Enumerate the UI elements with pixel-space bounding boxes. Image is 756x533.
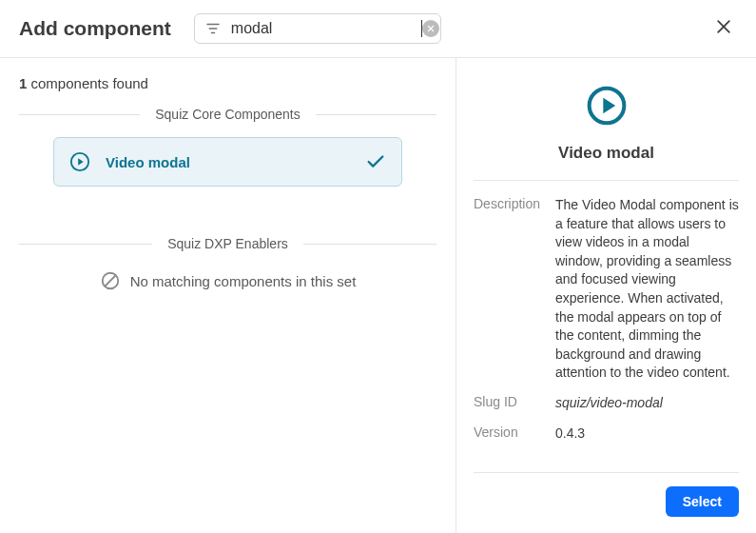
results-count-number: 1 <box>19 75 27 91</box>
select-button[interactable]: Select <box>666 486 739 517</box>
svg-marker-12 <box>603 98 615 114</box>
close-icon <box>714 17 733 36</box>
dialog-body: 1 components found Squiz Core Components… <box>0 58 756 533</box>
section-core-label: Squiz Core Components <box>140 107 316 122</box>
empty-state-text: No matching components in this set <box>130 273 357 289</box>
component-card-video-modal[interactable]: Video modal <box>53 137 402 187</box>
detail-version-label: Version <box>474 424 544 440</box>
detail-description-label: Description <box>474 196 544 211</box>
x-icon <box>426 24 436 33</box>
detail-slug-value: squiz/video-modal <box>555 394 663 413</box>
svg-marker-8 <box>78 158 84 165</box>
detail-footer: Select <box>474 472 739 517</box>
none-icon <box>100 270 121 291</box>
search-input-wrap[interactable] <box>194 13 441 44</box>
detail-slug-row: Slug ID squiz/video-modal <box>474 394 739 413</box>
dialog-header: Add component <box>0 0 756 58</box>
results-count-suffix: components found <box>31 75 148 91</box>
check-icon <box>365 151 386 172</box>
detail-title: Video modal <box>558 144 654 163</box>
detail-description-value: The Video Modal component is a feature t… <box>555 196 739 383</box>
component-card-label: Video modal <box>106 154 350 170</box>
results-count: 1 components found <box>19 75 436 91</box>
search-input[interactable] <box>231 20 422 37</box>
play-icon <box>586 85 628 127</box>
section-core: Squiz Core Components <box>19 107 436 122</box>
filter-icon <box>204 20 222 37</box>
detail-version-value: 0.4.3 <box>555 424 585 444</box>
section-dxp-label: Squiz DXP Enablers <box>152 236 303 251</box>
svg-line-10 <box>105 276 115 286</box>
detail-slug-label: Slug ID <box>474 394 544 409</box>
close-button[interactable] <box>710 13 737 43</box>
play-icon <box>69 151 90 172</box>
detail-head: Video modal <box>474 85 739 181</box>
section-dxp: Squiz DXP Enablers <box>19 236 436 251</box>
detail-panel: Video modal Description The Video Modal … <box>456 58 756 533</box>
detail-description-row: Description The Video Modal component is… <box>474 196 739 383</box>
component-list-panel: 1 components found Squiz Core Components… <box>0 58 456 533</box>
page-title: Add component <box>19 17 171 40</box>
clear-search-button[interactable] <box>422 20 439 37</box>
empty-state-dxp: No matching components in this set <box>53 270 402 291</box>
detail-version-row: Version 0.4.3 <box>474 424 739 444</box>
